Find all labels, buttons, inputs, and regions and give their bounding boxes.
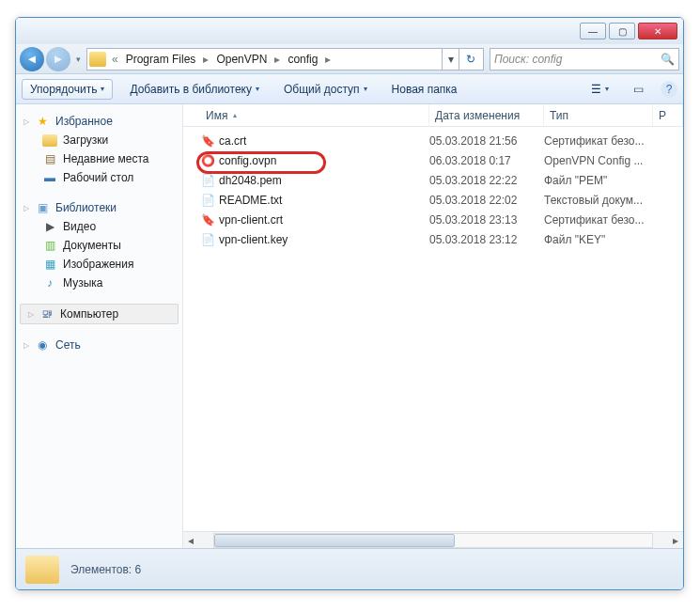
search-input[interactable]: Поиск: config 🔍 [490,48,679,70]
sidebar-item-documents[interactable]: ▥Документы [16,236,182,255]
breadcrumb-sep: « [110,53,120,66]
file-type: Файл "PEM" [544,174,653,187]
file-type: Текстовый докум... [544,194,653,207]
organize-button[interactable]: Упорядочить▾ [22,79,113,100]
horizontal-scrollbar[interactable]: ◂ ▸ [183,531,683,548]
add-library-button[interactable]: Добавить в библиотеку▾ [122,80,267,99]
navbar: ◄ ► ▾ « Program Files ▸ OpenVPN ▸ config… [16,44,683,74]
sidebar-item-downloads[interactable]: Загрузки [16,131,182,149]
file-list: 🔖ca.crt05.03.2018 21:56Сертификат безо..… [183,127,683,531]
star-icon: ★ [35,115,50,128]
new-folder-button[interactable]: Новая папка [384,80,465,99]
file-row[interactable]: ⭕config.ovpn06.03.2018 0:17OpenVPN Confi… [200,150,683,170]
file-row[interactable]: 📄vpn-client.key05.03.2018 23:12Файл "KEY… [200,229,683,249]
expand-icon: ▷ [28,310,34,319]
scroll-left-icon[interactable]: ◂ [183,534,198,547]
close-button[interactable]: ✕ [638,23,677,39]
file-name: README.txt [219,194,282,207]
sidebar-network[interactable]: ▷◉Сеть [16,336,182,354]
file-icon: ⭕ [200,153,215,168]
breadcrumb-seg[interactable]: Program Files [120,49,202,70]
explorer-window: — ▢ ✕ ◄ ► ▾ « Program Files ▸ OpenVPN ▸ … [15,17,684,590]
sidebar-item-pictures[interactable]: ▦Изображения [16,255,182,274]
maximize-button[interactable]: ▢ [609,23,635,39]
scroll-track[interactable] [213,533,653,548]
file-name: ca.crt [219,134,246,148]
search-placeholder: Поиск: config [494,53,562,66]
music-icon: ♪ [42,276,57,290]
file-name: dh2048.pem [219,174,282,187]
preview-pane-button[interactable]: ▭ [626,80,651,99]
breadcrumb-seg[interactable]: config [282,49,323,70]
status-text: Элементов: 6 [70,563,141,576]
col-date[interactable]: Дата изменения [429,104,544,126]
sort-asc-icon: ▴ [233,111,237,119]
col-type[interactable]: Тип [544,104,653,126]
sidebar-item-recent[interactable]: ▤Недавние места [16,149,182,168]
file-name: config.ovpn [219,154,276,167]
file-icon: 📄 [200,193,215,208]
file-name: vpn-client.key [219,233,288,246]
col-size[interactable]: Р [653,104,683,126]
history-dropdown-icon[interactable]: ▾ [76,55,81,64]
column-headers: Имя▴ Дата изменения Тип Р [183,104,683,127]
sidebar-item-video[interactable]: ▶Видео [16,217,182,236]
file-icon: 🔖 [200,133,215,149]
chevron-right-icon: ▸ [323,53,333,66]
recent-icon: ▤ [42,152,57,165]
file-row[interactable]: 🔖vpn-client.crt05.03.2018 23:13Сертифика… [200,210,683,229]
file-type: Файл "KEY" [544,233,653,246]
file-type: Сертификат безо... [544,213,653,227]
forward-button[interactable]: ► [46,47,70,71]
expand-icon: ▷ [23,118,29,126]
minimize-button[interactable]: — [580,23,606,39]
file-date: 05.03.2018 21:56 [429,134,544,148]
file-date: 05.03.2018 22:22 [429,174,544,187]
documents-icon: ▥ [42,239,57,252]
network-icon: ◉ [35,338,50,352]
file-date: 06.03.2018 0:17 [429,154,544,167]
file-date: 05.03.2018 22:02 [429,194,544,207]
chevron-down-icon: ▾ [256,85,259,93]
file-row[interactable]: 📄dh2048.pem05.03.2018 22:22Файл "PEM" [200,170,683,190]
computer-icon: 🖳 [39,307,54,321]
help-button[interactable]: ? [661,81,677,98]
file-type: Сертификат безо... [544,134,653,148]
view-button[interactable]: ☰▾ [583,80,616,99]
library-icon: ▣ [35,201,50,214]
chevron-down-icon: ▾ [605,85,609,93]
breadcrumb-dropdown[interactable]: ▾ [442,49,459,70]
chevron-down-icon: ▾ [101,85,104,93]
breadcrumb-seg[interactable]: OpenVPN [210,49,272,70]
sidebar: ▷★Избранное Загрузки ▤Недавние места ▬Ра… [16,104,183,548]
expand-icon: ▷ [23,341,29,350]
desktop-icon: ▬ [42,171,57,184]
file-icon: 📄 [200,173,215,188]
sidebar-favorites[interactable]: ▷★Избранное [16,112,182,131]
file-row[interactable]: 📄README.txt05.03.2018 22:02Текстовый док… [200,190,683,210]
sidebar-computer[interactable]: ▷🖳Компьютер [20,304,179,324]
chevron-down-icon: ▾ [364,85,367,93]
sidebar-item-music[interactable]: ♪Музыка [16,274,182,292]
col-name[interactable]: Имя▴ [200,104,429,126]
pictures-icon: ▦ [42,258,57,271]
body: ▷★Избранное Загрузки ▤Недавние места ▬Ра… [16,104,683,548]
sidebar-libraries[interactable]: ▷▣Библиотеки [16,198,182,217]
chevron-right-icon: ▸ [201,53,210,66]
search-icon: 🔍 [661,53,675,66]
expand-icon: ▷ [23,204,29,212]
back-button[interactable]: ◄ [20,47,44,71]
file-pane: Имя▴ Дата изменения Тип Р 🔖ca.crt05.03.2… [183,104,683,548]
file-row[interactable]: 🔖ca.crt05.03.2018 21:56Сертификат безо..… [200,131,683,150]
breadcrumb[interactable]: « Program Files ▸ OpenVPN ▸ config ▸ ▾ ↻ [86,48,484,70]
share-button[interactable]: Общий доступ▾ [276,80,375,99]
file-name: vpn-client.crt [219,213,283,227]
scroll-thumb[interactable] [214,534,455,547]
scroll-right-icon[interactable]: ▸ [668,534,683,547]
chevron-right-icon: ▸ [272,53,282,66]
file-type: OpenVPN Config ... [544,154,653,167]
refresh-button[interactable]: ↻ [459,49,481,70]
file-date: 05.03.2018 23:12 [429,233,544,246]
sidebar-item-desktop[interactable]: ▬Рабочий стол [16,168,182,187]
video-icon: ▶ [42,220,57,233]
